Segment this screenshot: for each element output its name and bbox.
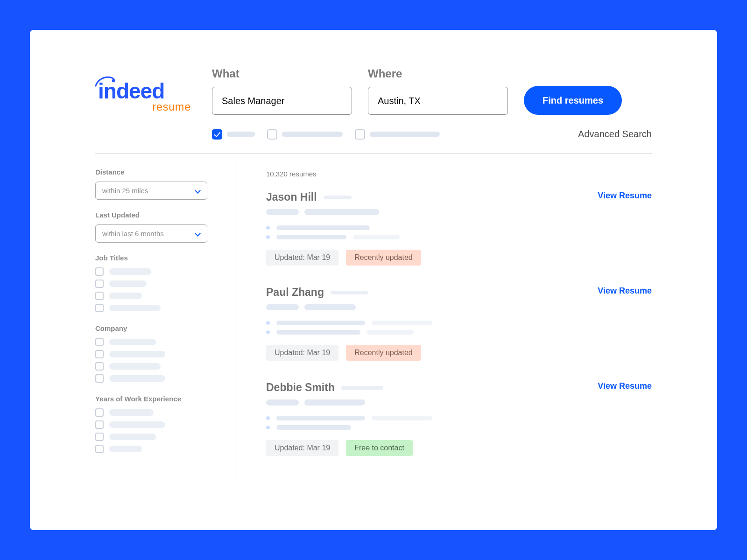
filter-option[interactable]: [95, 350, 221, 358]
placeholder-bar: [331, 291, 368, 294]
checkbox-icon: [95, 420, 104, 429]
filter-option[interactable]: [95, 338, 221, 346]
header: indeed resume What Where Find resumes: [95, 67, 652, 140]
bullet-icon: [266, 321, 270, 325]
job-titles-list: [95, 267, 221, 312]
filter-option[interactable]: [95, 445, 221, 453]
sidebar: Distance within 25 miles Last Updated wi…: [95, 161, 235, 476]
filter-option[interactable]: [95, 374, 221, 383]
candidate-name: Jason Hill: [266, 191, 317, 203]
checkbox-icon: [95, 338, 104, 346]
placeholder-bar: [372, 416, 432, 420]
distance-label: Distance: [95, 168, 221, 176]
resume-card: Paul Zhang View Resume Updated: Mar 19 R…: [266, 286, 652, 361]
years-exp-list: [95, 408, 221, 453]
status-badge: Recently updated: [346, 250, 421, 266]
candidate-name: Paul Zhang: [266, 286, 324, 299]
filter-chip-1[interactable]: [212, 129, 255, 140]
chevron-down-icon: [195, 188, 200, 194]
chevron-down-icon: [195, 231, 200, 237]
results: 10,320 resumes Jason Hill View Resume: [235, 161, 652, 476]
checkbox-icon: [95, 292, 104, 300]
svg-point-0: [112, 79, 115, 82]
filter-option[interactable]: [95, 408, 221, 417]
placeholder-bar: [341, 386, 383, 390]
search-sub-row: Advanced Search: [212, 129, 652, 140]
body: Distance within 25 miles Last Updated wi…: [95, 161, 652, 476]
bullet-icon: [266, 416, 270, 420]
filter-option[interactable]: [95, 304, 221, 312]
filter-option[interactable]: [95, 433, 221, 441]
placeholder-bar: [109, 434, 156, 440]
placeholder-bar: [109, 421, 165, 428]
resume-card: Jason Hill View Resume Updated: Mar 19 R…: [266, 191, 652, 266]
view-resume-link[interactable]: View Resume: [598, 191, 652, 201]
placeholder-bar: [324, 196, 352, 199]
status-badge: Recently updated: [346, 345, 421, 361]
placeholder-bar: [109, 375, 165, 382]
placeholder-bar: [109, 409, 154, 416]
placeholder-bar: [276, 330, 360, 335]
filter-option[interactable]: [95, 280, 221, 288]
filter-option[interactable]: [95, 362, 221, 371]
what-input[interactable]: [212, 87, 352, 115]
placeholder-bar: [276, 416, 365, 420]
placeholder-bar: [109, 446, 142, 452]
view-resume-link[interactable]: View Resume: [598, 381, 652, 391]
app-card: indeed resume What Where Find resumes: [30, 30, 717, 530]
company-list: [95, 338, 221, 383]
company-label: Company: [95, 324, 221, 332]
where-input[interactable]: [368, 87, 508, 115]
placeholder-bar: [227, 132, 255, 137]
last-updated-label: Last Updated: [95, 211, 221, 219]
placeholder-bar: [276, 425, 351, 430]
placeholder-bar: [304, 304, 356, 310]
updated-badge: Updated: Mar 19: [266, 250, 338, 266]
what-label: What: [212, 67, 352, 80]
filter-option[interactable]: [95, 267, 221, 276]
placeholder-bar: [109, 293, 142, 299]
logo: indeed: [95, 82, 193, 100]
distance-select[interactable]: within 25 miles: [95, 182, 207, 200]
results-count: 10,320 resumes: [266, 170, 652, 178]
advanced-search-link[interactable]: Advanced Search: [578, 129, 652, 140]
filter-option[interactable]: [95, 420, 221, 429]
placeholder-bar: [109, 351, 165, 357]
last-updated-select[interactable]: within last 6 months: [95, 224, 207, 243]
what-field-group: What: [212, 67, 352, 115]
filter-chip-2[interactable]: [267, 129, 343, 140]
placeholder-bar: [276, 321, 365, 325]
status-badge: Free to contact: [346, 440, 413, 456]
placeholder-bar: [109, 339, 156, 345]
checkbox-icon: [95, 362, 104, 371]
search-fields: What Where Find resumes: [212, 67, 652, 115]
logo-block: indeed resume: [95, 67, 193, 113]
placeholder-bar: [367, 330, 414, 335]
checkbox-icon: [95, 374, 104, 383]
placeholder-bar: [304, 209, 379, 215]
placeholder-bar: [266, 209, 299, 215]
where-field-group: Where: [368, 67, 508, 115]
placeholder-bar: [370, 132, 440, 137]
updated-badge: Updated: Mar 19: [266, 440, 338, 456]
placeholder-bar: [304, 399, 365, 406]
checkbox-icon: [267, 129, 277, 140]
placeholder-bar: [266, 304, 299, 310]
divider: [95, 154, 652, 154]
placeholder-bar: [282, 132, 343, 137]
years-exp-label: Years of Work Experience: [95, 395, 221, 403]
resume-card: Debbie Smith View Resume Updated: Mar 19…: [266, 381, 652, 456]
filter-chips: [212, 129, 440, 140]
placeholder-bar: [266, 399, 299, 406]
find-resumes-button[interactable]: Find resumes: [524, 86, 622, 115]
filter-option[interactable]: [95, 292, 221, 300]
job-titles-label: Job Titles: [95, 254, 221, 262]
view-resume-link[interactable]: View Resume: [598, 286, 652, 296]
placeholder-bar: [372, 321, 432, 325]
updated-badge: Updated: Mar 19: [266, 345, 338, 361]
candidate-name: Debbie Smith: [266, 381, 335, 394]
placeholder-bar: [109, 268, 151, 275]
placeholder-bar: [109, 363, 161, 370]
placeholder-bar: [109, 280, 147, 287]
filter-chip-3[interactable]: [355, 129, 440, 140]
